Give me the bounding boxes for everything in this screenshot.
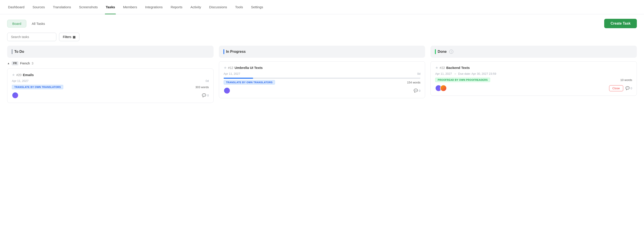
- due-date-label: Due date: Apr 30, 2027 23:59: [458, 72, 496, 75]
- col-bar-todo: [12, 49, 12, 54]
- nav-item-integrations[interactable]: Integrations: [144, 0, 164, 14]
- nav-item-tools[interactable]: Tools: [234, 0, 244, 14]
- card-date: Apr 11, 2027: [12, 79, 28, 83]
- comment-number: 0: [630, 87, 632, 90]
- task-card-20[interactable]: ★ #20 Emails Apr 11, 2027 0d TRANSLATE B…: [7, 69, 214, 103]
- main-nav: DashboardSourcesTranslationsScreenshotsT…: [0, 0, 644, 14]
- task-tag: PROOFREAD BY OWN PROOFREADERS: [435, 78, 490, 82]
- toolbar-left: Board All Tasks: [7, 20, 48, 28]
- task-number: #22: [440, 66, 445, 70]
- info-icon[interactable]: i: [449, 50, 453, 54]
- star-icon[interactable]: ★: [224, 66, 227, 70]
- card-bottom: 💬 0: [12, 92, 209, 99]
- card-tag-row: TRANSLATE BY OWN TRANSLATORS 303 words: [12, 85, 209, 89]
- filters-button[interactable]: Filters ▦: [59, 33, 80, 41]
- word-count: 303 words: [196, 86, 209, 89]
- card-date: Apr 11, 2027: [224, 72, 240, 75]
- nav-item-translations[interactable]: Translations: [52, 0, 72, 14]
- board: To Do ▲ FR French 3 ★ #20 Emails Apr 11,…: [0, 46, 644, 157]
- task-name: Umbrella UI Texts: [234, 66, 263, 70]
- star-icon[interactable]: ★: [435, 66, 438, 70]
- column-header-todo: To Do: [7, 46, 214, 58]
- card-duration: 0d: [206, 79, 209, 83]
- col-title-in_progress: In Progress: [226, 50, 246, 54]
- avatar-2: [440, 85, 447, 92]
- card-duration: 0d: [417, 72, 420, 75]
- nav-item-settings[interactable]: Settings: [250, 0, 264, 14]
- toolbar: Board All Tasks Create Task: [0, 14, 644, 33]
- word-count: 154 words: [407, 81, 420, 84]
- nav-item-members[interactable]: Members: [122, 0, 138, 14]
- comment-icon: 💬: [414, 89, 418, 93]
- group-count: 3: [32, 62, 33, 65]
- task-number: #12: [228, 66, 233, 70]
- filters-label: Filters: [63, 35, 71, 39]
- group-chevron[interactable]: ▲: [7, 62, 10, 65]
- task-number: #20: [16, 73, 22, 77]
- card-meta: Apr 11, 2027 0d: [224, 72, 420, 75]
- avatars: [435, 85, 447, 92]
- nav-item-activity[interactable]: Activity: [190, 0, 202, 14]
- card-tag-row: PROOFREAD BY OWN PROOFREADERS 10 words: [435, 78, 632, 82]
- progress-bar-fill: [224, 78, 253, 79]
- search-bar: Filters ▦: [0, 33, 644, 46]
- date-label: Apr 11, 2027: [12, 79, 28, 83]
- card-bottom: 💬 0: [224, 87, 420, 94]
- col-title-done: Done: [438, 50, 446, 54]
- avatars: [12, 92, 18, 99]
- progress-bar-bg: [224, 78, 420, 79]
- star-icon[interactable]: ★: [12, 73, 15, 77]
- comment-icon: 💬: [626, 86, 630, 90]
- avatar-1: [12, 92, 18, 99]
- card-title-row: ★ #12 Umbrella UI Texts: [224, 66, 420, 70]
- lang-badge: FR: [12, 61, 18, 65]
- task-tag: TRANSLATE BY OWN TRANSLATORS: [12, 85, 63, 89]
- card-bottom: Close 💬 0: [435, 85, 632, 92]
- filter-icon: ▦: [73, 35, 76, 39]
- all-tasks-tab[interactable]: All Tasks: [29, 20, 48, 27]
- task-card-12[interactable]: ★ #12 Umbrella UI Texts Apr 11, 2027 0d …: [219, 61, 425, 98]
- card-tag-row: TRANSLATE BY OWN TRANSLATORS 154 words: [224, 80, 420, 85]
- avatar-1: [224, 87, 230, 94]
- comment-count: 💬 0: [414, 89, 420, 93]
- create-task-button[interactable]: Create Task: [604, 19, 637, 28]
- date-label: Apr 11, 2027: [435, 72, 452, 75]
- comment-count: 💬 0: [202, 93, 209, 97]
- nav-item-sources[interactable]: Sources: [32, 0, 46, 14]
- task-tag: TRANSLATE BY OWN TRANSLATORS: [224, 80, 275, 85]
- nav-item-discussions[interactable]: Discussions: [208, 0, 228, 14]
- nav-item-dashboard[interactable]: Dashboard: [7, 0, 25, 14]
- col-title-todo: To Do: [14, 50, 24, 54]
- column-header-done: Done i: [430, 46, 637, 58]
- close-button[interactable]: Close: [609, 85, 623, 91]
- task-card-22[interactable]: ★ #22 Backend Texts Apr 11, 2027 → Due d…: [430, 61, 637, 96]
- avatars: [224, 87, 230, 94]
- column-todo: To Do ▲ FR French 3 ★ #20 Emails Apr 11,…: [7, 46, 214, 150]
- comment-number: 0: [207, 94, 209, 97]
- word-count: 10 words: [620, 78, 632, 82]
- card-meta: Apr 11, 2027 0d: [12, 79, 209, 83]
- card-meta: Apr 11, 2027 → Due date: Apr 30, 2027 23…: [435, 72, 632, 75]
- board-tab[interactable]: Board: [7, 20, 26, 28]
- comment-icon: 💬: [202, 93, 206, 97]
- column-in_progress: In Progress ★ #12 Umbrella UI Texts Apr …: [219, 46, 425, 150]
- col-bar-in_progress: [224, 49, 224, 54]
- col-bar-done: [435, 49, 436, 54]
- nav-item-tasks[interactable]: Tasks: [105, 0, 116, 14]
- card-title-row: ★ #20 Emails: [12, 73, 209, 77]
- due-arrow: →: [454, 72, 456, 75]
- comment-count: 💬 0: [626, 86, 632, 90]
- card-date: Apr 11, 2027 → Due date: Apr 30, 2027 23…: [435, 72, 496, 75]
- group-name: French: [20, 62, 30, 65]
- task-name: Backend Texts: [446, 66, 470, 70]
- task-name: Emails: [23, 73, 34, 77]
- nav-item-screenshots[interactable]: Screenshots: [78, 0, 98, 14]
- nav-item-reports[interactable]: Reports: [170, 0, 183, 14]
- search-input[interactable]: [7, 33, 56, 41]
- card-title-row: ★ #22 Backend Texts: [435, 66, 632, 70]
- comment-number: 0: [419, 89, 420, 92]
- column-done: Done i ★ #22 Backend Texts Apr 11, 2027 …: [430, 46, 637, 150]
- date-label: Apr 11, 2027: [224, 72, 240, 75]
- column-header-in_progress: In Progress: [219, 46, 425, 58]
- group-header: ▲ FR French 3: [7, 61, 214, 65]
